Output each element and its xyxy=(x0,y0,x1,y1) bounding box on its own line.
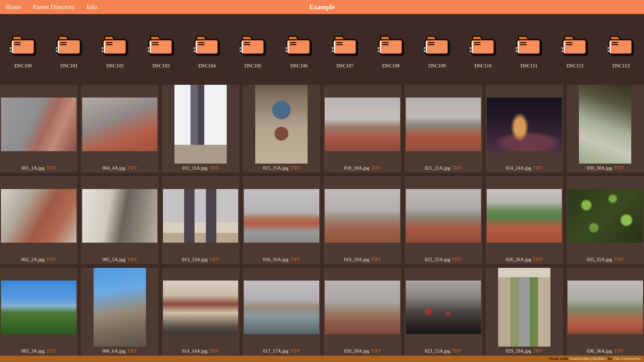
photo-thumbnail[interactable] xyxy=(568,281,643,334)
folder-icon xyxy=(423,33,451,57)
photo-thumbnail[interactable] xyxy=(94,268,146,347)
photo-tiff-link[interactable]: TIFF xyxy=(614,348,624,354)
photo-filename-link[interactable]: 004_4A.jpg xyxy=(102,165,125,171)
photo-tiff-link[interactable]: TIFF xyxy=(290,165,300,171)
photo-filename-link[interactable]: 014_14A.jpg xyxy=(182,348,208,354)
photo-filename-link[interactable]: 005_5A.jpg xyxy=(102,257,125,262)
photo-thumbnail[interactable] xyxy=(325,281,400,334)
footer-author-link[interactable]: Flo Greistorfer. xyxy=(613,356,641,361)
photo-tiff-link[interactable]: TIFF xyxy=(127,348,137,354)
photo-thumbnail[interactable] xyxy=(244,189,319,243)
photo-thumbnail[interactable] xyxy=(487,98,562,151)
photo-cell: 022_22A.jpg TIFF xyxy=(405,176,482,264)
photo-filename-link[interactable]: 036_36A.jpg xyxy=(587,348,612,354)
photo-thumbnail[interactable] xyxy=(244,281,319,334)
photo-filename-link[interactable]: 026_26A.jpg xyxy=(506,257,531,262)
folder-item[interactable]: DSC113 xyxy=(598,33,644,85)
folder-item[interactable]: DSC112 xyxy=(552,33,598,85)
photo-thumbnail[interactable] xyxy=(82,189,157,243)
folder-item[interactable]: DSC102 xyxy=(92,33,138,85)
nav-link-info[interactable]: Info xyxy=(87,3,97,11)
photo-tiff-link[interactable]: TIFF xyxy=(533,165,543,171)
photo-thumbnail[interactable] xyxy=(487,189,562,243)
photo-filename-link[interactable]: 035_35A.jpg xyxy=(587,257,612,262)
footer-builder-link[interactable]: StaticGalleryBuilder xyxy=(569,356,606,361)
photo-filename-link[interactable]: 006_6A.jpg xyxy=(102,348,125,354)
photo-tiff-link[interactable]: TIFF xyxy=(452,257,462,262)
photo-thumbnail[interactable] xyxy=(163,281,238,334)
folder-item[interactable]: DSC100 xyxy=(0,33,46,85)
photo-filename-link[interactable]: 003_3A.jpg xyxy=(21,348,45,354)
photo-tiff-link[interactable]: TIFF xyxy=(46,165,56,171)
photo-thumbnail[interactable] xyxy=(174,85,227,164)
photo-tiff-link[interactable]: TIFF xyxy=(452,348,462,354)
photo-thumbnail[interactable] xyxy=(406,281,481,334)
photo-tiff-link[interactable]: TIFF xyxy=(209,257,219,262)
folder-item[interactable]: DSC108 xyxy=(368,33,414,85)
folder-item[interactable]: DSC105 xyxy=(230,33,276,85)
photo-zone xyxy=(567,268,644,347)
photo-thumbnail[interactable] xyxy=(255,85,308,164)
photo-zone xyxy=(0,268,77,347)
photo-tiff-link[interactable]: TIFF xyxy=(46,257,56,262)
photo-thumbnail[interactable] xyxy=(82,98,157,151)
photo-tiff-link[interactable]: TIFF xyxy=(46,348,56,354)
photo-tiff-link[interactable]: TIFF xyxy=(371,348,381,354)
photo-filename-link[interactable]: 030_30A.jpg xyxy=(587,165,612,171)
nav-link-home[interactable]: Home xyxy=(6,3,21,11)
photo-thumbnail[interactable] xyxy=(579,85,631,164)
photo-tiff-link[interactable]: TIFF xyxy=(614,165,624,171)
photo-filename-link[interactable]: 016_16A.jpg xyxy=(263,257,288,262)
photo-tiff-link[interactable]: TIFF xyxy=(371,165,381,171)
photo-tiff-link[interactable]: TIFF xyxy=(290,348,300,354)
photo-tiff-link[interactable]: TIFF xyxy=(127,165,137,171)
photo-cell: 019_19A.jpg TIFF xyxy=(324,176,401,264)
photo-thumbnail[interactable] xyxy=(568,189,643,243)
photo-tiff-link[interactable]: TIFF xyxy=(127,257,137,262)
photo-thumbnail[interactable] xyxy=(1,281,76,334)
photo-thumbnail[interactable] xyxy=(406,98,481,151)
folder-item[interactable]: DSC110 xyxy=(460,33,506,85)
photo-thumbnail[interactable] xyxy=(406,189,481,243)
photo-tiff-link[interactable]: TIFF xyxy=(533,257,543,262)
photo-tiff-link[interactable]: TIFF xyxy=(452,165,462,171)
photo-tiff-link[interactable]: TIFF xyxy=(533,348,543,354)
folder-item[interactable]: DSC104 xyxy=(184,33,230,85)
folder-item[interactable]: DSC109 xyxy=(414,33,460,85)
photo-filename-link[interactable]: 019_19A.jpg xyxy=(344,257,369,262)
photo-filename-link[interactable]: 021_21A.jpg xyxy=(425,165,450,171)
photo-filename-link[interactable]: 018_18A.jpg xyxy=(344,165,369,171)
photo-tiff-link[interactable]: TIFF xyxy=(209,165,219,171)
photo-filename-link[interactable]: 017_17A.jpg xyxy=(263,348,288,354)
photo-thumbnail[interactable] xyxy=(325,98,400,151)
folder-item[interactable]: DSC101 xyxy=(46,33,92,85)
photo-filename-link[interactable]: 020_20A.jpg xyxy=(344,348,369,354)
top-nav: Home Parent Directory Info Example xyxy=(0,0,644,14)
photo-caption: 013_13A.jpg TIFF xyxy=(162,255,239,264)
photo-filename-link[interactable]: 013_13A.jpg xyxy=(182,257,208,262)
photo-thumbnail[interactable] xyxy=(498,268,550,347)
photo-tiff-link[interactable]: TIFF xyxy=(614,257,624,262)
nav-link-parent-directory[interactable]: Parent Directory xyxy=(33,3,75,11)
folder-item[interactable]: DSC111 xyxy=(506,33,552,85)
photo-zone xyxy=(567,85,644,164)
folder-item[interactable]: DSC107 xyxy=(322,33,368,85)
photo-tiff-link[interactable]: TIFF xyxy=(290,257,300,262)
photo-thumbnail[interactable] xyxy=(1,189,76,243)
folder-item[interactable]: DSC106 xyxy=(276,33,322,85)
photo-filename-link[interactable]: 022_22A.jpg xyxy=(425,257,450,262)
photo-filename-link[interactable]: 029_29A.jpg xyxy=(506,348,531,354)
photo-tiff-link[interactable]: TIFF xyxy=(371,257,381,262)
photo-filename-link[interactable]: 023_23A.jpg xyxy=(425,348,450,354)
photo-filename-link[interactable]: 011_11A.jpg xyxy=(182,165,207,171)
photo-filename-link[interactable]: 002_2A.jpg xyxy=(21,257,45,262)
photo-caption: 026_26A.jpg TIFF xyxy=(486,255,563,264)
photo-filename-link[interactable]: 001_1A.jpg xyxy=(21,165,45,171)
photo-filename-link[interactable]: 024_24A.jpg xyxy=(506,165,531,171)
photo-thumbnail[interactable] xyxy=(325,189,400,243)
photo-thumbnail[interactable] xyxy=(1,98,76,151)
folder-item[interactable]: DSC103 xyxy=(138,33,184,85)
photo-thumbnail[interactable] xyxy=(163,189,238,243)
photo-filename-link[interactable]: 015_15A.jpg xyxy=(263,165,288,171)
photo-tiff-link[interactable]: TIFF xyxy=(209,348,219,354)
